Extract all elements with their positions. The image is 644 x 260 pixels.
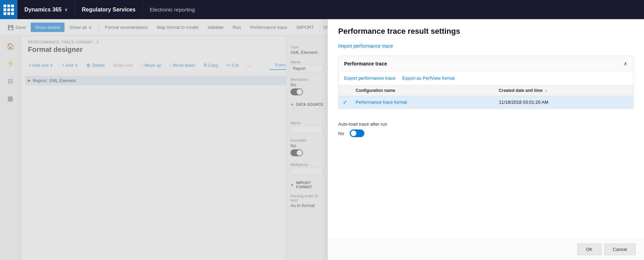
import-header: ▼ IMPORT FORMAT [290, 181, 324, 189]
multiplicity-input[interactable] [290, 167, 324, 175]
import-performance-trace-link[interactable]: Import performance trace [338, 43, 393, 49]
perf-section-title: Performance trace [344, 61, 387, 66]
delete-button[interactable]: 🗑 Delete [83, 61, 108, 70]
parsing-value: As in format [290, 203, 324, 208]
delete-icon: 🗑 [86, 63, 91, 68]
autoload-label: Auto-load trace after run [338, 121, 634, 127]
ds-name-label: Name [290, 121, 324, 125]
copy-icon: ⧉ [204, 63, 207, 68]
performance-trace-section: Performance trace ∧ Export performance t… [338, 56, 634, 109]
check-cell: ✓ [339, 96, 351, 109]
add-root-button[interactable]: + Add root ∨ [25, 61, 57, 70]
sidebar-filter-icon[interactable]: ⊟ [3, 74, 17, 88]
sidebar-home-icon[interactable]: 🏠 [3, 39, 17, 53]
add-chevron: ∨ [75, 63, 78, 68]
table-header-row: Configuration name Created date and time… [339, 85, 633, 96]
collapse-icon: ∧ [623, 60, 628, 67]
dynamics365-chevron: ∨ [65, 7, 68, 12]
ds-name-input[interactable] [290, 126, 324, 133]
import-button[interactable]: IMPORT [292, 23, 318, 32]
electronic-nav[interactable]: Electronic reporting [143, 0, 202, 19]
dialog-body: Performance trace result settings Import… [328, 20, 644, 238]
datasource-header: ▼ DATA SOURCE [290, 102, 324, 107]
datasource-arrow: ▼ [290, 103, 294, 107]
dynamics365-label: Dynamics 365 [24, 7, 62, 13]
drag-handle[interactable]: ⋮⋮ [290, 109, 324, 116]
main-content-area: PERFORMANCE TRACE FORMAT : 2 Format desi… [21, 36, 328, 260]
run-button[interactable]: Run [228, 23, 245, 32]
page-title: Format designer [21, 46, 328, 58]
regulatory-nav[interactable]: Regulatory Services [75, 0, 143, 19]
mandatory-toggle[interactable] [290, 88, 303, 95]
more-button[interactable]: ... [243, 61, 254, 70]
grid-icon [3, 5, 14, 15]
autoload-row: No [338, 129, 634, 137]
format-toolbar: + Add root ∨ + Add ∨ 🗑 Delete Make root … [21, 58, 328, 73]
mandatory-value: No [290, 82, 324, 87]
breadcrumb: PERFORMANCE TRACE FORMAT : 2 [21, 36, 328, 46]
regulatory-label: Regulatory Services [82, 7, 136, 13]
toolbar-separator-1 [98, 23, 99, 32]
col-check [339, 85, 351, 96]
add-root-chevron: ∨ [50, 63, 53, 68]
multiplicity-label: Multiplicity [290, 163, 324, 167]
ok-button[interactable]: OK [577, 244, 601, 255]
cut-icon: ✂ [227, 63, 230, 68]
autoload-toggle[interactable] [350, 129, 364, 137]
name-label: Name [290, 60, 324, 64]
excluded-value: No [290, 143, 324, 148]
autoload-area: Auto-load trace after run No [338, 116, 634, 143]
map-format-button[interactable]: Map format to model [153, 23, 203, 32]
excluded-toggle[interactable] [290, 149, 303, 156]
properties-panel: Type XML Element Name Mandatory No ▼ DAT… [286, 36, 328, 260]
excluded-label: Excluded [290, 138, 324, 142]
created-date-cell: 11/18/2018 03:01:20 AM [495, 96, 633, 109]
move-up-button[interactable]: ↑ Move up [137, 61, 165, 70]
cancel-button[interactable]: Cancel [604, 244, 636, 255]
show-all-button[interactable]: Show all ∨ [65, 23, 96, 32]
dialog-footer: OK Cancel [328, 238, 644, 260]
parsing-label: Parsing order of nest [290, 194, 324, 202]
config-name-cell[interactable]: Performance trace format [351, 96, 495, 109]
tree-area: ▶ Report: XML Element [21, 73, 328, 88]
move-down-button[interactable]: ↓ Move down [166, 61, 199, 70]
performance-trace-dialog: i Performance trace has been successfull… [328, 0, 644, 260]
type-value: XML Element [290, 50, 324, 55]
table-row[interactable]: ✓ Performance trace format 11/18/2018 03… [339, 96, 633, 109]
name-input[interactable] [290, 65, 324, 72]
import-arrow: ▼ [290, 183, 294, 187]
save-button[interactable]: 💾 Save [3, 23, 30, 32]
top-nav: Dynamics 365 ∨ Regulatory Services Elect… [0, 0, 644, 19]
electronic-label: Electronic reporting [150, 7, 195, 13]
sidebar-grid-icon[interactable]: ▦ [3, 92, 17, 105]
performance-trace-button[interactable]: Performance trace [246, 23, 291, 32]
sidebar-activity-icon[interactable]: ⚡ [3, 57, 17, 71]
dialog-title: Performance trace result settings [338, 27, 634, 36]
left-sidebar: 🏠 ⚡ ⊟ ▦ [0, 36, 21, 260]
col-config-name[interactable]: Configuration name [351, 85, 495, 96]
cut-button[interactable]: ✂ Cut [223, 61, 242, 70]
expand-icon: ▶ [28, 78, 31, 83]
type-label: Type [290, 45, 324, 49]
copy-button[interactable]: ⧉ Copy [200, 61, 222, 70]
export-performance-trace-link[interactable]: Export performance trace [344, 76, 395, 81]
perf-trace-table: Configuration name Created date and time… [339, 85, 633, 109]
perf-export-links: Export performance trace Export as PerfV… [339, 71, 633, 85]
make-root-button[interactable]: Make root [110, 61, 136, 70]
show-details-button[interactable]: Show details [31, 23, 65, 32]
format-enumerations-button[interactable]: Format enumerations [101, 23, 152, 32]
col-created-date[interactable]: Created date and time ↓ [495, 85, 633, 96]
show-all-chevron: ∨ [89, 25, 92, 30]
app-menu-button[interactable] [0, 0, 17, 19]
perf-section-header[interactable]: Performance trace ∧ [339, 56, 633, 71]
mandatory-label: Mandatory [290, 77, 324, 81]
tree-item-report[interactable]: ▶ Report: XML Element [25, 76, 324, 85]
export-perfview-link[interactable]: Export as PerfView format [402, 76, 455, 81]
dynamics365-nav[interactable]: Dynamics 365 ∨ [17, 0, 75, 19]
autoload-no: No [338, 131, 344, 136]
save-icon: 💾 [8, 25, 14, 30]
sort-arrow: ↓ [545, 88, 547, 93]
validate-button[interactable]: Validate [203, 23, 228, 32]
add-button[interactable]: + Add ∨ [58, 61, 81, 70]
